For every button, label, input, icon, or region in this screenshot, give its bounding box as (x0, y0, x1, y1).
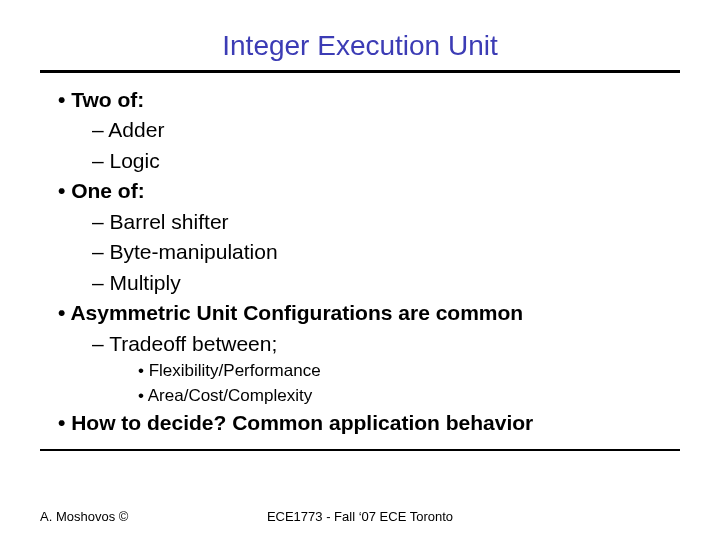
bullet-adder: Adder (92, 115, 680, 145)
bullet-asymmetric: Asymmetric Unit Configurations are commo… (58, 298, 680, 328)
bullet-barrel-shifter: Barrel shifter (92, 207, 680, 237)
footer: A. Moshovos © ECE1773 - Fall ‘07 ECE Tor… (40, 509, 680, 524)
bullet-byte-manipulation: Byte-manipulation (92, 237, 680, 267)
bullet-multiply: Multiply (92, 268, 680, 298)
title-divider (40, 70, 680, 73)
content-body: Two of: Adder Logic One of: Barrel shift… (40, 85, 680, 439)
slide: Integer Execution Unit Two of: Adder Log… (0, 0, 720, 540)
bullet-two-of: Two of: (58, 85, 680, 115)
bullet-logic: Logic (92, 146, 680, 176)
footer-course: ECE1773 - Fall ‘07 ECE Toronto (40, 509, 680, 524)
bullet-area-cost: Area/Cost/Complexity (138, 384, 680, 409)
footer-divider (40, 449, 680, 451)
slide-title: Integer Execution Unit (40, 30, 680, 62)
bullet-how-decide: How to decide? Common application behavi… (58, 408, 680, 438)
bullet-tradeoff: Tradeoff between; (92, 329, 680, 359)
bullet-flexibility: Flexibility/Performance (138, 359, 680, 384)
bullet-one-of: One of: (58, 176, 680, 206)
